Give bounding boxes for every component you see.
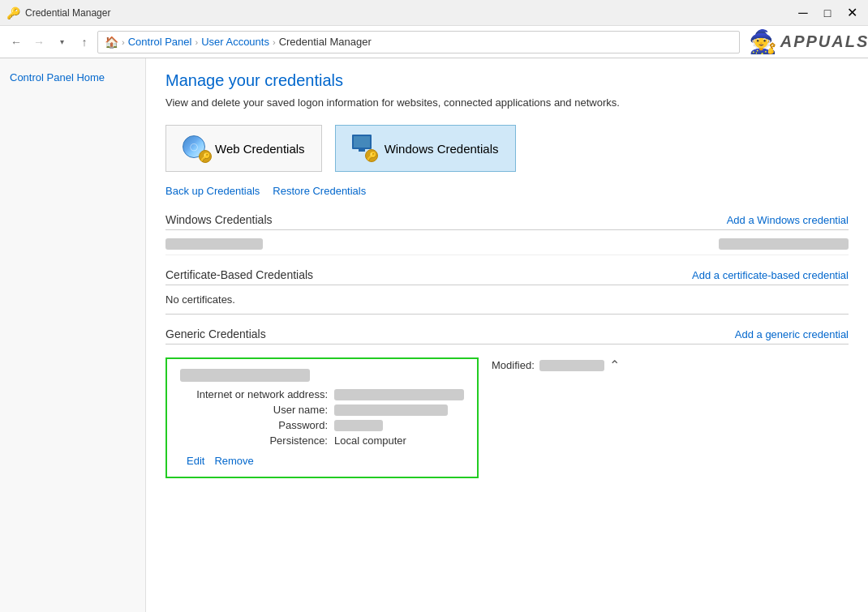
page-title: Manage your credentials	[165, 71, 849, 90]
windows-credentials-tab[interactable]: 🔑 Windows Credentials	[335, 125, 516, 172]
detail-row-address: Internet or network address:	[180, 388, 464, 400]
add-certificate-credential-link[interactable]: Add a certificate-based credential	[692, 269, 849, 281]
detail-row-username: User name:	[180, 404, 464, 416]
title-bar-icon: 🔑	[6, 6, 20, 19]
remove-link[interactable]: Remove	[214, 455, 253, 467]
back-button[interactable]: ←	[6, 32, 26, 52]
generic-item-title-row	[180, 369, 464, 382]
windows-credential-detail-blurred	[719, 238, 849, 250]
minimize-btn[interactable]: ─	[793, 3, 813, 23]
close-btn[interactable]: ✕	[842, 3, 862, 23]
password-value-blurred	[334, 420, 383, 431]
no-certificates-text: No certificates.	[165, 289, 849, 310]
generic-credential-expanded: Internet or network address: User name: …	[165, 357, 479, 478]
windows-credential-name-blurred	[165, 238, 263, 250]
persistence-label: Persistence:	[180, 434, 334, 447]
certificate-section-header: Certificate-Based Credentials Add a cert…	[165, 268, 849, 285]
path-credential-manager: Credential Manager	[279, 36, 372, 48]
action-links: Back up Credentials Restore Credentials	[165, 185, 849, 197]
credential-tabs: ◯ 🔑 Web Credentials 🔑 Windows Credent	[165, 125, 849, 172]
add-generic-credential-link[interactable]: Add a generic credential	[735, 328, 849, 340]
maximize-btn[interactable]: □	[818, 3, 837, 23]
title-bar-text: Credential Manager	[25, 7, 110, 19]
modified-label: Modified:	[492, 359, 535, 371]
windows-credentials-section: Windows Credentials Add a Windows creden…	[165, 213, 849, 255]
generic-section-header: Generic Credentials Add a generic creden…	[165, 327, 849, 345]
content-area: Manage your credentials View and delete …	[146, 58, 868, 612]
web-credentials-icon: ◯ 🔑	[183, 135, 208, 161]
username-value-blurred	[334, 404, 448, 416]
path-user-accounts[interactable]: User Accounts	[201, 36, 269, 48]
password-label: Password:	[180, 419, 334, 431]
generic-section-title: Generic Credentials	[165, 327, 266, 340]
recent-button[interactable]: ▾	[52, 32, 71, 52]
edit-link[interactable]: Edit	[187, 455, 204, 467]
windows-section-header: Windows Credentials Add a Windows creden…	[165, 213, 849, 230]
windows-key-icon: 🔑	[365, 149, 378, 162]
address-label: Internet or network address:	[180, 388, 334, 400]
windows-credentials-label: Windows Credentials	[385, 142, 499, 156]
web-credentials-label: Web Credentials	[215, 142, 305, 156]
modified-column: Modified: ⌃	[492, 357, 620, 373]
windows-section-title: Windows Credentials	[165, 213, 273, 226]
monitor-stand-icon	[359, 149, 365, 152]
path-icon: 🏠	[105, 36, 118, 49]
forward-button[interactable]: →	[29, 32, 49, 52]
sidebar: Control Panel Home	[0, 58, 146, 612]
backup-credentials-link[interactable]: Back up Credentials	[165, 185, 260, 197]
certificate-credentials-section: Certificate-Based Credentials Add a cert…	[165, 268, 849, 315]
key-badge-icon: 🔑	[199, 150, 212, 163]
appuals-logo: 🧙 APPUALS	[756, 26, 862, 58]
page-subtitle: View and delete your saved logon informa…	[165, 96, 733, 109]
web-credentials-tab[interactable]: ◯ 🔑 Web Credentials	[165, 125, 322, 172]
generic-credentials-section: Generic Credentials Add a generic creden…	[165, 327, 849, 481]
detail-row-password: Password:	[180, 419, 464, 431]
modified-value-blurred	[539, 360, 604, 371]
detail-row-persistence: Persistence: Local computer	[180, 434, 464, 447]
windows-credential-item	[165, 233, 849, 255]
address-value-blurred	[334, 389, 464, 400]
main-container: Control Panel Home Manage your credentia…	[0, 58, 868, 612]
add-windows-credential-link[interactable]: Add a Windows credential	[727, 214, 849, 226]
generic-credential-row: Internet or network address: User name: …	[165, 351, 849, 481]
title-bar: 🔑 Credential Manager ─ □ ✕	[0, 0, 868, 26]
path-control-panel[interactable]: Control Panel	[128, 36, 192, 48]
sidebar-home-link[interactable]: Control Panel Home	[10, 71, 105, 83]
address-path: 🏠 › Control Panel › User Accounts › Cred…	[97, 31, 740, 53]
edit-remove-links: Edit Remove	[180, 455, 464, 467]
certificate-section-title: Certificate-Based Credentials	[165, 268, 313, 281]
collapse-button[interactable]: ⌃	[609, 357, 620, 373]
restore-credentials-link[interactable]: Restore Credentials	[273, 185, 366, 197]
up-button[interactable]: ↑	[75, 32, 94, 52]
address-bar: ← → ▾ ↑ 🏠 › Control Panel › User Account…	[0, 26, 868, 58]
monitor-icon	[352, 135, 372, 149]
persistence-value: Local computer	[334, 434, 406, 447]
generic-item-title-blurred	[180, 369, 310, 382]
username-label: User name:	[180, 404, 334, 416]
windows-credentials-icon: 🔑	[352, 135, 378, 161]
